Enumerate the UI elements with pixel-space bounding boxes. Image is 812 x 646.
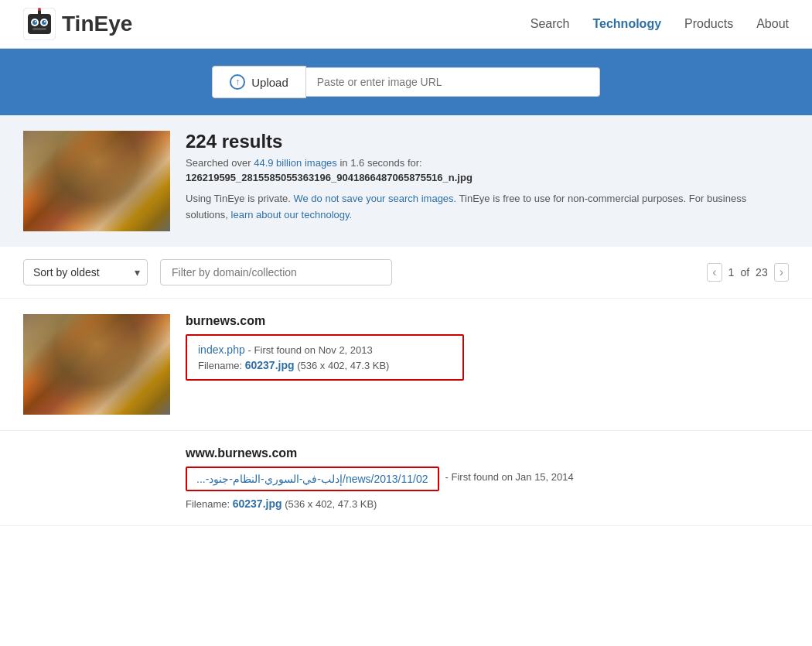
- result-link-2[interactable]: news/2013/11/02/إدلب-في-السوري-النظام-جن…: [196, 473, 428, 485]
- filter-input[interactable]: [160, 259, 392, 285]
- nav-technology[interactable]: Technology: [592, 17, 661, 31]
- result-found-1: First found on Nov 2, 2013: [254, 344, 373, 356]
- nav-products[interactable]: Products: [684, 17, 733, 31]
- result-filename-link-1[interactable]: 60237.jpg: [245, 359, 295, 371]
- svg-point-4: [32, 20, 37, 25]
- search-bar: ↑ Upload: [0, 49, 812, 115]
- result-item-2: www.burnews.com news/2013/11/02/إدلب-في-…: [0, 431, 812, 526]
- result-box-1: index.php - First found on Nov 2, 2013 F…: [186, 334, 464, 381]
- tineye-logo-icon: [23, 8, 56, 40]
- controls-row: Sort by oldest Sort by newest Sort by be…: [0, 247, 812, 299]
- nav-search[interactable]: Search: [531, 17, 570, 31]
- logo-area: TinEye: [23, 8, 531, 40]
- result-filename-1: Filename: 60237.jpg (536 x 402, 47.3 KB): [198, 359, 452, 371]
- result-domain-2: www.burnews.com: [186, 446, 789, 460]
- url-input[interactable]: [306, 67, 600, 97]
- privacy-link[interactable]: We do not save your search images.: [293, 193, 456, 204]
- pagination: ‹ 1 of 23 ›: [707, 263, 789, 282]
- results-privacy: Using TinEye is private. We do not save …: [186, 191, 789, 224]
- result-filename-link-2[interactable]: 60237.jpg: [233, 497, 282, 510]
- svg-point-6: [35, 21, 36, 22]
- svg-point-10: [38, 8, 41, 11]
- header: TinEye Search Technology Products About: [0, 0, 812, 49]
- result-link-row-1: index.php - First found on Nov 2, 2013: [198, 344, 452, 356]
- result-found-2: - First found on Jan 15, 2014: [445, 467, 574, 483]
- subtitle-prefix: Searched over: [186, 157, 254, 169]
- subtitle-middle: in 1.6 seconds for:: [337, 157, 422, 169]
- result-box-2: news/2013/11/02/إدلب-في-السوري-النظام-جن…: [186, 467, 439, 491]
- result-thumbnail-1: [23, 314, 170, 415]
- sort-wrapper[interactable]: Sort by oldest Sort by newest Sort by be…: [23, 259, 148, 285]
- sort-select[interactable]: Sort by oldest Sort by newest Sort by be…: [23, 259, 148, 285]
- result-link-1[interactable]: index.php: [198, 344, 245, 356]
- images-link[interactable]: 44.9 billion images: [254, 157, 337, 169]
- result-domain-1: burnews.com: [186, 314, 789, 328]
- nav-about[interactable]: About: [756, 17, 789, 31]
- results-summary: 224 results Searched over 44.9 billion i…: [0, 115, 812, 247]
- result-details-2: www.burnews.com news/2013/11/02/إدلب-في-…: [186, 446, 789, 510]
- svg-rect-8: [32, 28, 46, 30]
- results-info: 224 results Searched over 44.9 billion i…: [186, 131, 789, 224]
- result-item: burnews.com index.php - First found on N…: [0, 299, 812, 431]
- upload-label: Upload: [251, 76, 288, 89]
- privacy-link2[interactable]: learn about our technology.: [231, 209, 353, 220]
- upload-icon: ↑: [230, 74, 245, 90]
- page-of: of: [740, 266, 749, 279]
- logo-text: TinEye: [62, 12, 132, 36]
- privacy-text: Using TinEye is private.: [186, 193, 293, 204]
- main-nav: Search Technology Products About: [531, 17, 789, 31]
- query-image: [23, 131, 170, 231]
- results-count: 224 results: [186, 131, 789, 152]
- second-result-row: news/2013/11/02/إدلب-في-السوري-النظام-جن…: [186, 467, 789, 491]
- next-page-button[interactable]: ›: [774, 263, 789, 282]
- prev-page-button[interactable]: ‹: [707, 263, 722, 282]
- results-filename: 126219595_2815585055363196_9041866487065…: [186, 172, 789, 183]
- page-total: 23: [756, 266, 768, 279]
- result-filename-2: Filename: 60237.jpg (536 x 402, 47.3 KB): [186, 497, 789, 510]
- svg-point-7: [44, 21, 46, 22]
- result-details-1: burnews.com index.php - First found on N…: [186, 314, 789, 390]
- results-subtitle: Searched over 44.9 billion images in 1.6…: [186, 157, 789, 169]
- page-current: 1: [728, 266, 735, 279]
- svg-point-5: [42, 20, 46, 25]
- upload-button[interactable]: ↑ Upload: [212, 66, 306, 98]
